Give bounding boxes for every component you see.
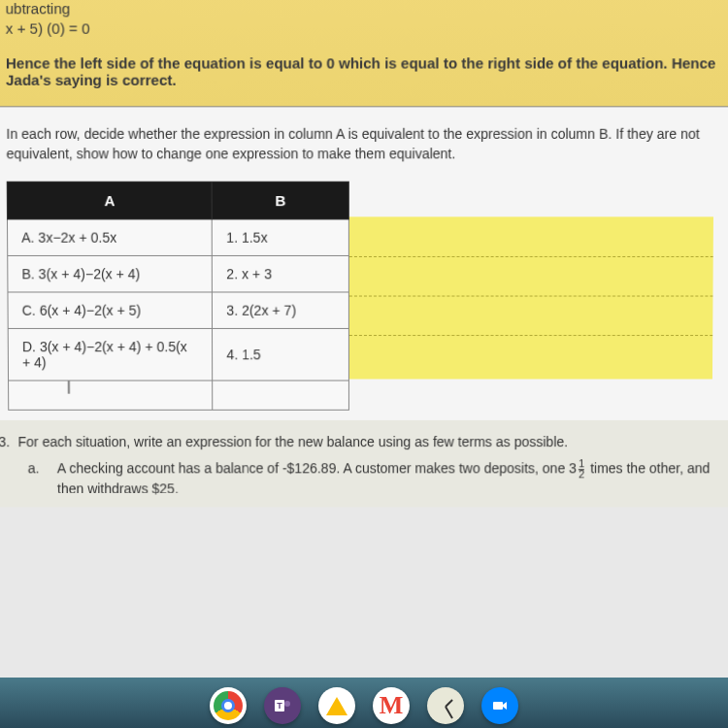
cell-a[interactable]: B. 3(x + 4)−2(x + 4) (8, 256, 213, 293)
highlight-area (349, 217, 713, 380)
svg-point-2 (284, 701, 290, 707)
equivalence-table: A B A. 3x−2x + 0.5x 1. 1.5x B. 3(x + 4)−… (7, 182, 349, 411)
table-container: A B A. 3x−2x + 0.5x 1. 1.5x B. 3(x + 4)−… (7, 182, 722, 411)
cell-a[interactable]: D. 3(x + 4)−2(x + 4) + 0.5(x + 4) (8, 329, 213, 381)
fraction-denominator: 2 (579, 470, 584, 480)
table-row-empty (9, 381, 349, 410)
conclusion-text: Hence the left side of the equation is e… (6, 54, 722, 88)
instruction-text: In each row, decide whether the expressi… (6, 125, 721, 164)
table-row: C. 6(x + 4)−2(x + 5) 3. 2(2x + 7) (8, 292, 348, 328)
chrome-icon[interactable] (210, 687, 247, 724)
equation-text: x + 5) (0) = 0 (6, 19, 723, 36)
teams-icon[interactable]: T (264, 687, 301, 724)
camera-icon[interactable] (481, 687, 518, 724)
table-header-row: A B (7, 182, 348, 219)
sub-text-part: A checking account has a balance of -$12… (57, 461, 569, 477)
answer-explanation-section: ubtracting x + 5) (0) = 0 Hence the left… (0, 0, 728, 107)
gmail-icon[interactable]: M (373, 687, 410, 724)
table-row: D. 3(x + 4)−2(x + 4) + 0.5(x + 4) 4. 1.5 (8, 329, 348, 381)
sub-text: A checking account has a balance of -$12… (57, 459, 718, 499)
drive-icon[interactable] (318, 687, 355, 724)
screen-content: ubtracting x + 5) (0) = 0 Hence the left… (0, 0, 728, 679)
table-row: A. 3x−2x + 0.5x 1. 1.5x (7, 219, 348, 256)
question-text: For each situation, write an expression … (17, 434, 568, 449)
cell-empty[interactable] (213, 381, 348, 410)
dashed-divider (349, 335, 712, 336)
cell-b[interactable]: 2. x + 3 (213, 256, 349, 293)
cell-a[interactable]: C. 6(x + 4)−2(x + 5) (8, 292, 213, 328)
cell-b[interactable]: 3. 2(2x + 7) (213, 292, 349, 328)
text-fragment: ubtracting (6, 0, 723, 17)
cell-empty[interactable] (9, 381, 214, 410)
mixed-fraction: 312 (569, 461, 586, 477)
table-row: B. 3(x + 4)−2(x + 4) 2. x + 3 (8, 256, 349, 293)
cell-a[interactable]: A. 3x−2x + 0.5x (7, 219, 212, 256)
sub-letter: a. (28, 459, 57, 499)
header-b: B (212, 182, 348, 219)
dashed-divider (349, 296, 713, 297)
clock-icon[interactable] (427, 687, 464, 724)
svg-text:T: T (277, 701, 282, 711)
cell-b[interactable]: 4. 1.5 (213, 329, 349, 381)
text-cursor-icon: I (66, 379, 71, 399)
header-a: A (7, 182, 212, 219)
question-sub-item: a. A checking account has a balance of -… (28, 459, 718, 499)
question-section: 3. For each situation, write an expressi… (0, 420, 728, 507)
fraction-whole: 3 (569, 461, 577, 477)
svg-rect-3 (493, 702, 503, 710)
cell-b[interactable]: 1. 1.5x (213, 219, 349, 256)
dashed-divider (349, 256, 713, 257)
taskbar-dock: T M (0, 678, 728, 728)
question-number: 3. (0, 434, 18, 449)
question-main: 3. For each situation, write an expressi… (0, 434, 718, 449)
problem-section: In each row, decide whether the expressi… (0, 107, 728, 420)
